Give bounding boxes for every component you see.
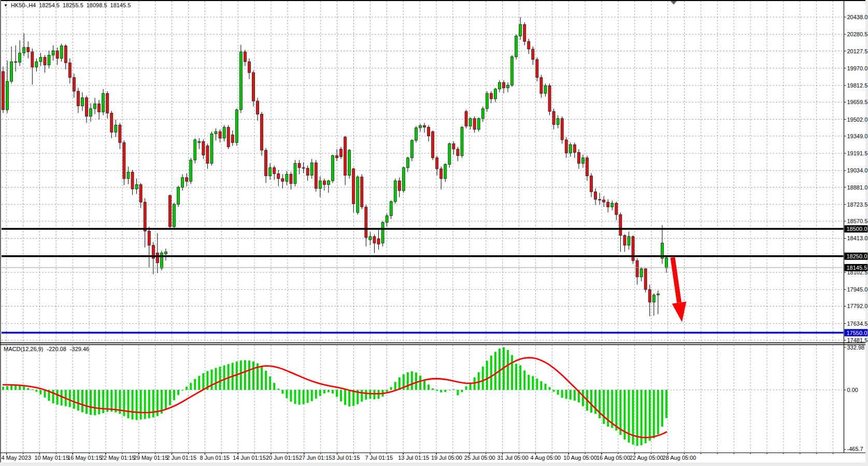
price-axis-tick-label: 17945.0 xyxy=(847,286,868,293)
candle-body xyxy=(110,113,113,132)
candle-body xyxy=(231,135,234,143)
candle-body xyxy=(281,179,284,181)
candle-body xyxy=(340,149,343,157)
candle-body xyxy=(215,132,217,134)
candle-body xyxy=(273,168,276,174)
candle-body xyxy=(436,158,438,169)
candle-body xyxy=(269,168,272,176)
candle-body xyxy=(6,81,9,110)
candle-body xyxy=(123,142,125,179)
price-axis-tick-label: 19034.0 xyxy=(847,167,868,173)
candle-body xyxy=(540,78,543,94)
candle-body xyxy=(515,36,518,57)
candle-body xyxy=(623,236,626,245)
time-axis-label: 8 Jun 01:15 xyxy=(200,455,230,461)
price-axis-tick-label: 17634.5 xyxy=(847,321,868,327)
price-axis-tick-label: 20127.5 xyxy=(847,48,868,54)
candle-body xyxy=(357,177,359,213)
candle-body xyxy=(481,109,484,119)
time-axis-label: 2 Jun 01:15 xyxy=(167,455,197,461)
candle-body xyxy=(248,62,250,72)
candle-body xyxy=(127,172,130,179)
chart-canvas[interactable]: 20438.020280.520127.519970.019812.519659… xyxy=(0,0,868,466)
candle-body xyxy=(561,119,563,140)
candle-body xyxy=(557,119,559,125)
candle-body xyxy=(619,215,622,236)
time-axis-label: 4 May 2023 xyxy=(2,455,31,461)
price-axis-tick-label: 19970.0 xyxy=(847,65,868,71)
candle-body xyxy=(290,174,292,184)
candle-body xyxy=(64,46,67,63)
candle-body xyxy=(219,132,221,138)
candle-body xyxy=(160,253,163,268)
candle-body xyxy=(615,203,618,214)
candle-body xyxy=(473,119,476,129)
symbol-label: HK50-,H4 xyxy=(11,2,36,8)
candle-body xyxy=(202,141,205,155)
candle-body xyxy=(369,237,372,240)
candle-body xyxy=(77,91,79,106)
price-axis-tick-label: 18570.5 xyxy=(847,218,868,224)
candle-body xyxy=(381,222,384,243)
candle-body xyxy=(156,253,159,263)
candle-body xyxy=(590,176,593,192)
price-axis-tick-label: 19349.0 xyxy=(847,133,868,139)
candle-body xyxy=(565,140,567,153)
candle-body xyxy=(344,137,347,176)
candle-body xyxy=(402,168,405,191)
candle-body xyxy=(461,127,463,156)
candle-body xyxy=(319,181,321,188)
candle-body xyxy=(206,146,209,164)
candle-body xyxy=(310,163,313,175)
candle-body xyxy=(444,165,447,179)
candle-body xyxy=(465,111,467,126)
candle-body xyxy=(652,295,655,302)
candle-body xyxy=(223,127,225,138)
time-axis-label: 16 May 01:15 xyxy=(67,455,102,461)
macd-signal-value: -329.46 xyxy=(70,346,89,352)
chart-background xyxy=(0,0,868,466)
candle-body xyxy=(569,145,572,153)
candle-body xyxy=(603,200,605,202)
candle-body xyxy=(398,181,401,191)
candle-body xyxy=(244,52,246,62)
candle-body xyxy=(60,46,63,59)
symbol-dropdown-icon[interactable]: ▼ xyxy=(4,3,8,8)
candle-body xyxy=(348,150,351,176)
candle-body xyxy=(477,119,480,129)
time-axis-label: 14 Jun 01:15 xyxy=(233,455,266,461)
candle-body xyxy=(294,163,296,183)
candle-body xyxy=(19,53,21,62)
candle-body xyxy=(265,150,267,176)
left-border xyxy=(0,0,1,462)
candle-body xyxy=(406,158,409,168)
candle-body xyxy=(181,178,184,187)
candle-body xyxy=(523,24,526,41)
candle-body xyxy=(532,49,534,60)
price-axis-tick-label: 19659.5 xyxy=(847,99,868,105)
candle-body xyxy=(90,109,92,116)
candle-body xyxy=(261,114,263,150)
candle-body xyxy=(519,24,522,36)
candle-body xyxy=(44,57,46,65)
candle-body xyxy=(106,93,109,113)
time-axis-label: 25 Jul 05:00 xyxy=(464,455,495,461)
candle-body xyxy=(457,149,459,156)
candle-body xyxy=(331,156,334,181)
candle-body xyxy=(419,126,422,128)
candle-body xyxy=(277,173,280,178)
candle-body xyxy=(352,169,355,204)
candle-body xyxy=(68,63,71,77)
candle-body xyxy=(169,196,172,227)
time-axis-label: 3 Jul 01:15 xyxy=(332,455,360,461)
candle-body xyxy=(15,62,17,62)
candle-body xyxy=(386,216,388,223)
time-axis-label: 22 May 01:15 xyxy=(101,455,135,461)
candle-body xyxy=(115,125,117,133)
candle-body xyxy=(452,143,455,149)
candle-body xyxy=(657,294,659,295)
time-axis-label: 20 Jun 01:15 xyxy=(266,455,299,461)
macd-main-value: -220.08 xyxy=(47,346,66,352)
price-level-label: 18500.0 xyxy=(847,226,867,232)
time-axis-label: 10 May 01:15 xyxy=(34,455,69,461)
